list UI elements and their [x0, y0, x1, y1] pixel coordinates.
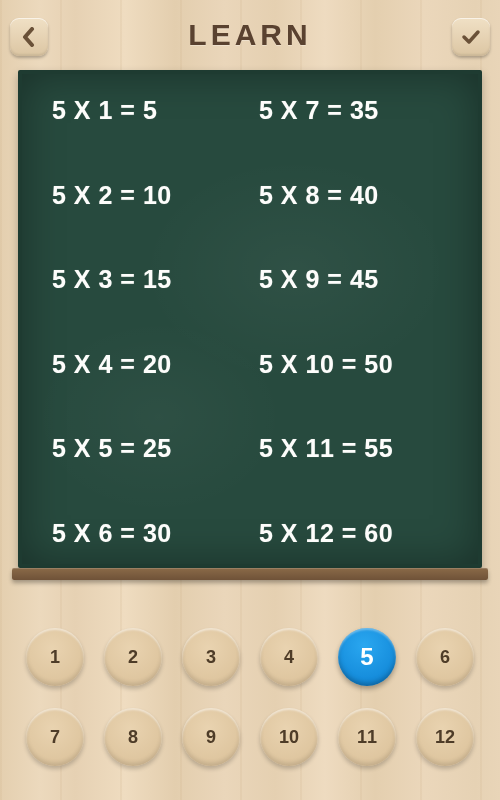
equation: 5 X 12 = 60: [259, 521, 456, 546]
chalkboard-ledge: [12, 568, 488, 580]
equation: 5 X 11 = 55: [259, 436, 456, 461]
equation: 5 X 6 = 30: [52, 521, 249, 546]
multiplier-selector: 1 2 3 4 5 6 7 8 9 10 11 12: [0, 628, 500, 766]
selector-row: 1 2 3 4 5 6: [26, 628, 474, 686]
page-title: LEARN: [188, 18, 311, 52]
multiplier-button-10[interactable]: 10: [260, 708, 318, 766]
equation: 5 X 1 = 5: [52, 98, 249, 123]
multiplier-button-1[interactable]: 1: [26, 628, 84, 686]
equation: 5 X 5 = 25: [52, 436, 249, 461]
back-button[interactable]: [10, 18, 48, 56]
multiplier-button-6[interactable]: 6: [416, 628, 474, 686]
check-icon: [461, 28, 481, 46]
equations-right-column: 5 X 7 = 35 5 X 8 = 40 5 X 9 = 45 5 X 10 …: [249, 98, 456, 546]
equation: 5 X 10 = 50: [259, 352, 456, 377]
multiplier-button-3[interactable]: 3: [182, 628, 240, 686]
multiplier-button-4[interactable]: 4: [260, 628, 318, 686]
multiplier-button-9[interactable]: 9: [182, 708, 240, 766]
multiplier-button-8[interactable]: 8: [104, 708, 162, 766]
equation: 5 X 7 = 35: [259, 98, 456, 123]
multiplier-button-2[interactable]: 2: [104, 628, 162, 686]
equations-left-column: 5 X 1 = 5 5 X 2 = 10 5 X 3 = 15 5 X 4 = …: [52, 98, 249, 546]
selector-row: 7 8 9 10 11 12: [26, 708, 474, 766]
equation: 5 X 9 = 45: [259, 267, 456, 292]
confirm-button[interactable]: [452, 18, 490, 56]
equation: 5 X 8 = 40: [259, 183, 456, 208]
multiplier-button-7[interactable]: 7: [26, 708, 84, 766]
equation: 5 X 4 = 20: [52, 352, 249, 377]
multiplier-button-5[interactable]: 5: [338, 628, 396, 686]
multiplier-button-12[interactable]: 12: [416, 708, 474, 766]
header: LEARN: [0, 0, 500, 70]
chevron-left-icon: [21, 27, 37, 47]
chalkboard: 5 X 1 = 5 5 X 2 = 10 5 X 3 = 15 5 X 4 = …: [18, 70, 482, 568]
chalkboard-container: 5 X 1 = 5 5 X 2 = 10 5 X 3 = 15 5 X 4 = …: [18, 70, 482, 580]
multiplier-button-11[interactable]: 11: [338, 708, 396, 766]
equation: 5 X 3 = 15: [52, 267, 249, 292]
equation: 5 X 2 = 10: [52, 183, 249, 208]
